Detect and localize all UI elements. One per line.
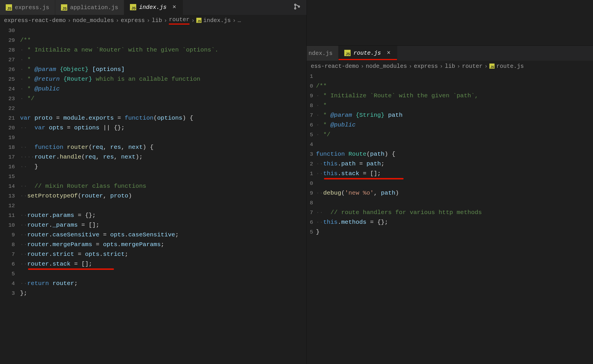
code-line[interactable]: · * (316, 101, 593, 110)
close-icon[interactable]: × (172, 4, 177, 11)
chevron-right-icon: › (484, 63, 488, 70)
breadcrumb-seg[interactable]: ess-react-demo (311, 63, 359, 70)
tab-label: index.js (139, 4, 167, 11)
tab-label: express.js (15, 4, 49, 11)
line-number: 18 (0, 143, 15, 152)
chevron-right-icon: › (147, 17, 150, 24)
line-number: 6 (307, 217, 313, 227)
code-line[interactable]: ··router.strict = opts.strict; (20, 250, 307, 259)
code-line[interactable]: }; (20, 288, 307, 298)
breadcrumb-seg[interactable]: lib (152, 17, 162, 24)
code-line[interactable]: ·· var opts = options || {}; (20, 123, 307, 133)
line-number: 5 (307, 130, 313, 140)
line-number: 6 (307, 120, 313, 130)
code-line[interactable] (20, 133, 307, 143)
code-line[interactable] (20, 172, 307, 181)
line-number: 13 (0, 191, 15, 201)
breadcrumb-seg[interactable]: express (414, 63, 438, 70)
code-line[interactable]: ·· // mixin Router class functions (20, 181, 307, 191)
line-number: 2 (307, 159, 313, 169)
tab-application-js[interactable]: JS application.js (55, 0, 124, 15)
breadcrumb-seg[interactable]: route.js (496, 63, 524, 70)
chevron-right-icon: › (191, 17, 195, 24)
code-line[interactable] (20, 26, 307, 35)
js-icon: JS (196, 18, 201, 23)
code-line[interactable]: } (316, 227, 593, 237)
code-editor-left[interactable]: 30 29 28 27 26 25 24 23 22 21 20 19 18 1… (0, 26, 307, 364)
empty-top-gap (307, 0, 593, 46)
tab-label: application.js (70, 4, 118, 11)
code-line[interactable]: ··this.stack = []; (316, 169, 593, 179)
chevron-right-icon: › (361, 63, 364, 70)
code-line[interactable]: var proto = module.exports = function(op… (20, 113, 307, 123)
code-line[interactable]: /** (316, 81, 593, 91)
code-line[interactable] (20, 269, 307, 279)
code-line[interactable]: ·· // route handlers for various http me… (316, 208, 593, 217)
close-icon[interactable]: × (386, 50, 391, 57)
code-line[interactable]: ··debug('new %o', path) (316, 188, 593, 198)
breadcrumb-seg[interactable]: node_modules (366, 63, 407, 70)
code-line[interactable] (316, 140, 593, 149)
code-line[interactable]: · * Initialize a new `Router` with the g… (20, 45, 307, 55)
code-line[interactable] (316, 179, 593, 188)
line-number: 10 (0, 220, 15, 230)
tab-index-js[interactable]: JS index.js × (124, 0, 183, 15)
line-number: 21 (0, 113, 15, 123)
code-line[interactable]: ··this.path = path; (316, 159, 593, 169)
line-number: 9 (307, 188, 313, 198)
code-line[interactable]: ··this.methods = {}; (316, 217, 593, 227)
code-line[interactable]: · * @public (316, 120, 593, 130)
code-line[interactable] (20, 104, 307, 113)
line-number: 8 (307, 101, 313, 110)
breadcrumb-seg[interactable]: … (238, 17, 241, 24)
code-line[interactable] (20, 201, 307, 211)
js-icon: JS (130, 4, 136, 10)
code-line[interactable]: ··setPrototypeOf(router, proto) (20, 191, 307, 201)
code-editor-right[interactable]: 1 0 9 8 7 6 5 4 3 2 1 0 9 8 7 6 5 /** (307, 72, 593, 364)
code-line[interactable]: ··router._params = []; (20, 220, 307, 230)
code-line[interactable]: ····router.handle(req, res, next); (20, 152, 307, 162)
breadcrumb-seg[interactable]: express (121, 17, 145, 24)
breadcrumb-seg[interactable]: node_modules (73, 17, 114, 24)
line-number: 5 (0, 269, 15, 279)
line-number: 20 (0, 123, 15, 133)
breadcrumb-seg[interactable]: express-react-demo (4, 17, 66, 24)
line-number: 16 (0, 162, 15, 172)
code-line[interactable] (316, 198, 593, 208)
annotation-underline-router-stack (28, 268, 114, 270)
code-line[interactable]: ··return router; (20, 279, 307, 288)
code-line[interactable]: · * @public (20, 84, 307, 94)
breadcrumb-seg[interactable]: router (462, 63, 483, 70)
tab-route-js[interactable]: JS route.js × (339, 46, 397, 61)
code-lines-right[interactable]: /** · * Initialize `Route` with the give… (316, 72, 593, 364)
code-line[interactable]: ··router.stack = []; (20, 259, 307, 269)
code-line[interactable]: ··router.params = {}; (20, 211, 307, 220)
line-number: 24 (0, 84, 15, 94)
line-number: 4 (0, 279, 15, 288)
source-control-icon[interactable] (293, 3, 301, 12)
line-number: 4 (307, 140, 313, 149)
line-number: 6 (0, 259, 15, 269)
code-line[interactable]: ·· function router(req, res, next) { (20, 143, 307, 152)
breadcrumb-seg[interactable]: lib (445, 63, 455, 70)
code-line[interactable]: ··router.caseSensitive = opts.caseSensit… (20, 230, 307, 240)
code-line[interactable]: · * @return {Router} which is an callabl… (20, 74, 307, 84)
code-lines-left[interactable]: /** · * Initialize a new `Router` with t… (20, 26, 307, 364)
code-line[interactable]: · */ (316, 130, 593, 140)
breadcrumb-seg[interactable]: index.js (203, 17, 231, 24)
breadcrumb-seg-router[interactable]: router (169, 16, 189, 25)
svg-point-0 (294, 4, 296, 5)
code-line[interactable]: function Route(path) { (316, 149, 593, 159)
tab-express-js[interactable]: JS express.js (0, 0, 55, 15)
code-line[interactable] (316, 72, 593, 81)
code-line[interactable]: · * Initialize `Route` with the given `p… (316, 91, 593, 101)
code-line[interactable]: · * @param {String} path (316, 110, 593, 120)
code-line[interactable]: · * @param {Object} [options] (20, 65, 307, 74)
tab-index-js-right[interactable]: ndex.js (307, 46, 339, 61)
code-line[interactable]: · */ (20, 94, 307, 104)
code-line[interactable]: ··router.mergeParams = opts.mergeParams; (20, 240, 307, 250)
code-line[interactable]: ·· } (20, 162, 307, 172)
line-number: 1 (307, 169, 313, 179)
code-line[interactable]: /** (20, 35, 307, 45)
code-line[interactable]: · * (20, 55, 307, 65)
